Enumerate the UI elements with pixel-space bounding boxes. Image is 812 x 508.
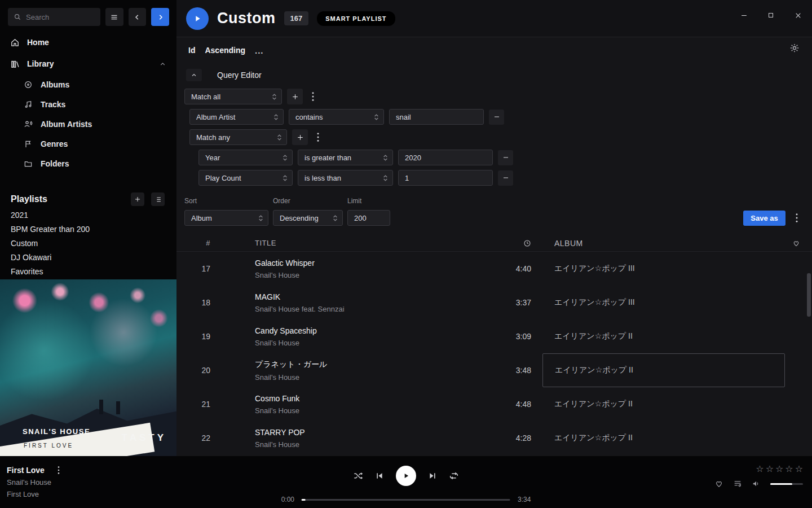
collapse-query-editor-button[interactable] bbox=[186, 69, 202, 81]
star-icon[interactable]: ☆ bbox=[766, 463, 774, 474]
favorite-heart-icon[interactable] bbox=[714, 479, 723, 488]
remove-rule-button[interactable] bbox=[498, 150, 513, 165]
remove-rule-button[interactable] bbox=[498, 170, 513, 186]
group-menu-button[interactable] bbox=[308, 89, 318, 104]
sidebar-item-albums[interactable]: Albums bbox=[0, 75, 176, 94]
sidebar-item-home[interactable]: Home bbox=[0, 32, 176, 53]
track-title: Candy Spaceship bbox=[255, 326, 491, 335]
rule-value-input[interactable] bbox=[398, 150, 493, 165]
sidebar-item-tracks[interactable]: Tracks bbox=[0, 94, 176, 114]
track-title: Galactic Whisper bbox=[255, 259, 491, 268]
menu-button[interactable] bbox=[105, 8, 123, 26]
star-icon[interactable]: ☆ bbox=[756, 463, 764, 474]
save-menu-button[interactable] bbox=[792, 210, 802, 226]
sidebar-item-folders[interactable]: Folders bbox=[0, 154, 176, 173]
query-order-select[interactable]: Descending bbox=[273, 210, 343, 226]
rule-value-field[interactable] bbox=[399, 170, 492, 185]
track-album[interactable]: エイリアン☆ポップ II bbox=[542, 433, 785, 443]
star-icon[interactable]: ☆ bbox=[775, 463, 783, 474]
select-arrows-icon bbox=[273, 113, 279, 121]
next-track-button[interactable] bbox=[428, 471, 437, 480]
track-table: # TITLE ALBUM 17 G bbox=[176, 235, 812, 455]
column-album[interactable]: ALBUM bbox=[542, 239, 785, 248]
rule-value-field[interactable] bbox=[399, 150, 492, 165]
settings-gear-icon[interactable] bbox=[789, 43, 800, 53]
rule-field-select[interactable]: Year bbox=[198, 150, 293, 165]
column-title[interactable]: TITLE bbox=[255, 239, 491, 247]
chevron-up-icon[interactable] bbox=[159, 60, 166, 68]
repeat-button[interactable] bbox=[449, 471, 459, 481]
playlist-item[interactable]: 2021 bbox=[0, 208, 176, 222]
column-favorite[interactable] bbox=[785, 239, 807, 247]
sidebar-item-genres[interactable]: Genres bbox=[0, 134, 176, 154]
limit-field[interactable] bbox=[348, 211, 390, 225]
sort-field-button[interactable]: Id bbox=[188, 46, 195, 55]
rule-operator-select[interactable]: is less than bbox=[298, 170, 393, 186]
shuffle-button[interactable] bbox=[353, 471, 363, 481]
rule-value-field[interactable] bbox=[390, 110, 483, 124]
save-as-button[interactable]: Save as bbox=[743, 211, 785, 226]
sidebar-item-library[interactable]: Library bbox=[0, 53, 176, 75]
add-rule-button[interactable] bbox=[287, 89, 303, 104]
playlist-item[interactable]: Favorites bbox=[0, 265, 176, 279]
query-sort-select[interactable]: Album bbox=[184, 210, 268, 226]
table-row[interactable]: 22 STARRY POP Snail's House 4:28 エイリアン☆ポ… bbox=[176, 421, 812, 455]
track-album[interactable]: エイリアン☆ポップ III bbox=[542, 264, 785, 274]
table-row[interactable]: 18 MAGIK Snail's House feat. Sennzai 3:3… bbox=[176, 286, 812, 319]
track-album[interactable]: エイリアン☆ポップ II bbox=[542, 399, 785, 409]
folder-icon bbox=[24, 159, 33, 168]
seek-bar[interactable] bbox=[302, 499, 510, 501]
remove-rule-button[interactable] bbox=[489, 110, 504, 125]
scrollbar-thumb[interactable] bbox=[807, 273, 811, 317]
more-options-button[interactable]: ... bbox=[255, 46, 264, 55]
table-row[interactable]: 19 Candy Spaceship Snail's House 3:09 エイ… bbox=[176, 319, 812, 353]
playlist-item[interactable]: Custom bbox=[0, 237, 176, 251]
star-icon[interactable]: ☆ bbox=[785, 463, 793, 474]
music-note-icon bbox=[24, 100, 33, 109]
nav-back-button[interactable] bbox=[129, 8, 147, 26]
query-limit-input[interactable] bbox=[347, 210, 390, 226]
rule-operator-select[interactable]: is greater than bbox=[298, 150, 393, 165]
track-duration: 3:48 bbox=[491, 366, 531, 375]
volume-icon[interactable] bbox=[752, 479, 761, 488]
group-menu-button[interactable] bbox=[313, 129, 323, 145]
table-header: # TITLE ALBUM bbox=[176, 235, 812, 252]
rule-operator-select[interactable]: contains bbox=[289, 109, 384, 125]
maximize-button[interactable] bbox=[764, 8, 778, 23]
column-duration[interactable] bbox=[491, 239, 531, 247]
table-row[interactable]: 17 Galactic Whisper Snail's House 4:40 エ… bbox=[176, 252, 812, 286]
now-playing-title: First Love bbox=[7, 466, 45, 475]
track-album-focused[interactable]: エイリアン☆ポップ II bbox=[542, 353, 785, 387]
match-mode-select[interactable]: Match all bbox=[184, 89, 282, 104]
close-button[interactable] bbox=[791, 8, 805, 23]
match-mode-select[interactable]: Match any bbox=[189, 129, 287, 145]
track-album[interactable]: エイリアン☆ポップ III bbox=[542, 297, 785, 308]
now-playing-menu-button[interactable] bbox=[54, 466, 64, 475]
rule-value-input[interactable] bbox=[389, 109, 484, 125]
rule-value-input[interactable] bbox=[398, 170, 493, 186]
track-album[interactable]: エイリアン☆ポップ II bbox=[542, 331, 785, 341]
sidebar-item-album-artists[interactable]: Album Artists bbox=[0, 114, 176, 134]
sort-direction-button[interactable]: Ascending bbox=[205, 46, 245, 55]
playlist-item[interactable]: BPM Greater than 200 bbox=[0, 222, 176, 237]
column-number[interactable]: # bbox=[176, 239, 213, 247]
rule-field-select[interactable]: Album Artist bbox=[189, 109, 284, 125]
playlist-item[interactable]: DJ Okawari bbox=[0, 251, 176, 265]
table-row[interactable]: 20 プラネット・ガール Snail's House 3:48 エイリアン☆ポッ… bbox=[176, 353, 812, 387]
playlist-options-button[interactable] bbox=[151, 192, 165, 206]
table-row[interactable]: 21 Cosmo Funk Snail's House 4:48 エイリアン☆ポ… bbox=[176, 387, 812, 421]
add-playlist-button[interactable] bbox=[131, 192, 144, 206]
nav-forward-button[interactable] bbox=[151, 8, 169, 26]
previous-track-button[interactable] bbox=[375, 471, 384, 480]
star-icon[interactable]: ☆ bbox=[795, 463, 803, 474]
search-field[interactable] bbox=[26, 13, 95, 21]
minimize-button[interactable] bbox=[736, 8, 751, 23]
volume-slider[interactable] bbox=[770, 483, 803, 485]
search-input[interactable] bbox=[8, 8, 100, 26]
query-output-settings: Sort Album Order Descending Li bbox=[176, 197, 812, 226]
play-pause-button[interactable] bbox=[396, 466, 416, 486]
play-playlist-button[interactable] bbox=[186, 7, 209, 30]
add-rule-button[interactable] bbox=[292, 129, 308, 145]
rule-field-select[interactable]: Play Count bbox=[198, 170, 293, 186]
queue-icon[interactable] bbox=[733, 479, 742, 488]
